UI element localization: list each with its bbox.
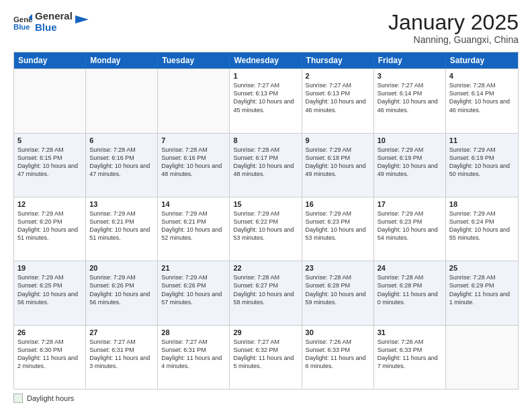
- cal-cell-3-0: 19Sunrise: 7:29 AM Sunset: 6:25 PM Dayli…: [14, 261, 86, 324]
- cell-date: 22: [233, 264, 298, 272]
- cal-cell-2-2: 14Sunrise: 7:29 AM Sunset: 6:21 PM Dayli…: [158, 197, 230, 261]
- header-sunday: Sunday: [14, 52, 86, 68]
- cell-date: 27: [89, 328, 154, 336]
- cell-info: Sunrise: 7:28 AM Sunset: 6:16 PM Dayligh…: [89, 146, 154, 179]
- month-title: January 2025: [388, 11, 519, 34]
- cell-date: 21: [161, 264, 226, 272]
- cell-date: 28: [161, 328, 226, 336]
- cal-cell-4-0: 26Sunrise: 7:28 AM Sunset: 6:30 PM Dayli…: [14, 326, 86, 389]
- calendar-row-3: 19Sunrise: 7:29 AM Sunset: 6:25 PM Dayli…: [14, 261, 518, 324]
- cell-info: Sunrise: 7:29 AM Sunset: 6:20 PM Dayligh…: [17, 210, 82, 242]
- cell-info: Sunrise: 7:29 AM Sunset: 6:19 PM Dayligh…: [378, 146, 442, 179]
- cell-info: Sunrise: 7:28 AM Sunset: 6:17 PM Dayligh…: [233, 146, 298, 179]
- legend-box: [13, 394, 23, 403]
- header-monday: Monday: [86, 52, 158, 68]
- cell-date: 25: [449, 264, 515, 272]
- cell-date: 23: [306, 264, 370, 272]
- calendar-body: 1Sunrise: 7:27 AM Sunset: 6:13 PM Daylig…: [14, 68, 518, 389]
- cell-date: 9: [306, 136, 370, 144]
- cal-cell-4-4: 30Sunrise: 7:26 AM Sunset: 6:33 PM Dayli…: [302, 326, 374, 389]
- logo-blue-text: Blue: [35, 22, 73, 34]
- svg-marker-3: [75, 15, 89, 24]
- calendar-header: Sunday Monday Tuesday Wednesday Thursday…: [14, 52, 518, 68]
- cell-info: Sunrise: 7:29 AM Sunset: 6:22 PM Dayligh…: [233, 210, 298, 242]
- cal-cell-1-0: 5Sunrise: 7:28 AM Sunset: 6:15 PM Daylig…: [14, 134, 86, 197]
- cal-cell-1-4: 9Sunrise: 7:29 AM Sunset: 6:18 PM Daylig…: [302, 134, 374, 197]
- cal-cell-1-6: 11Sunrise: 7:29 AM Sunset: 6:19 PM Dayli…: [446, 134, 518, 197]
- cal-cell-4-3: 29Sunrise: 7:27 AM Sunset: 6:32 PM Dayli…: [230, 326, 302, 389]
- cell-info: Sunrise: 7:28 AM Sunset: 6:15 PM Dayligh…: [17, 146, 82, 179]
- cal-cell-2-1: 13Sunrise: 7:29 AM Sunset: 6:21 PM Dayli…: [86, 197, 158, 261]
- cell-date: 3: [378, 72, 442, 80]
- cal-cell-0-3: 1Sunrise: 7:27 AM Sunset: 6:13 PM Daylig…: [230, 69, 302, 132]
- cell-info: Sunrise: 7:26 AM Sunset: 6:33 PM Dayligh…: [378, 338, 442, 371]
- header: General Blue General Blue January 2025 N…: [13, 11, 519, 45]
- cell-date: 29: [233, 328, 298, 336]
- cell-info: Sunrise: 7:29 AM Sunset: 6:26 PM Dayligh…: [161, 273, 226, 306]
- calendar-row-2: 12Sunrise: 7:29 AM Sunset: 6:20 PM Dayli…: [14, 197, 518, 261]
- cal-cell-4-1: 27Sunrise: 7:27 AM Sunset: 6:31 PM Dayli…: [86, 326, 158, 389]
- cell-date: 1: [233, 72, 298, 80]
- cell-info: Sunrise: 7:29 AM Sunset: 6:19 PM Dayligh…: [449, 146, 515, 179]
- header-wednesday: Wednesday: [230, 52, 302, 68]
- cal-cell-2-3: 15Sunrise: 7:29 AM Sunset: 6:22 PM Dayli…: [230, 197, 302, 261]
- cal-cell-2-6: 18Sunrise: 7:29 AM Sunset: 6:24 PM Dayli…: [446, 197, 518, 261]
- cell-date: 17: [378, 200, 442, 208]
- cell-info: Sunrise: 7:28 AM Sunset: 6:28 PM Dayligh…: [378, 273, 442, 306]
- cal-cell-2-5: 17Sunrise: 7:29 AM Sunset: 6:23 PM Dayli…: [374, 197, 446, 261]
- cell-date: 26: [17, 328, 82, 336]
- cal-cell-3-2: 21Sunrise: 7:29 AM Sunset: 6:26 PM Dayli…: [158, 261, 230, 324]
- cell-info: Sunrise: 7:27 AM Sunset: 6:31 PM Dayligh…: [161, 338, 226, 371]
- cal-cell-3-3: 22Sunrise: 7:28 AM Sunset: 6:27 PM Dayli…: [230, 261, 302, 324]
- calendar: Sunday Monday Tuesday Wednesday Thursday…: [13, 52, 519, 390]
- cell-date: 30: [306, 328, 370, 336]
- cell-date: 11: [449, 136, 515, 144]
- cell-info: Sunrise: 7:29 AM Sunset: 6:21 PM Dayligh…: [89, 210, 154, 242]
- cal-cell-1-1: 6Sunrise: 7:28 AM Sunset: 6:16 PM Daylig…: [86, 134, 158, 197]
- cell-info: Sunrise: 7:29 AM Sunset: 6:21 PM Dayligh…: [161, 210, 226, 242]
- cell-info: Sunrise: 7:29 AM Sunset: 6:18 PM Dayligh…: [306, 146, 370, 179]
- cell-info: Sunrise: 7:27 AM Sunset: 6:13 PM Dayligh…: [306, 81, 370, 114]
- cell-info: Sunrise: 7:28 AM Sunset: 6:16 PM Dayligh…: [161, 146, 226, 179]
- cell-info: Sunrise: 7:27 AM Sunset: 6:14 PM Dayligh…: [378, 81, 442, 114]
- cell-date: 19: [17, 264, 82, 272]
- cell-info: Sunrise: 7:27 AM Sunset: 6:13 PM Dayligh…: [233, 81, 298, 114]
- cell-date: 6: [89, 136, 154, 144]
- cell-info: Sunrise: 7:28 AM Sunset: 6:30 PM Dayligh…: [17, 338, 82, 371]
- cell-date: 18: [449, 200, 515, 208]
- logo: General Blue General Blue: [13, 11, 89, 33]
- cell-date: 31: [378, 328, 442, 336]
- header-friday: Friday: [374, 52, 446, 68]
- calendar-row-0: 1Sunrise: 7:27 AM Sunset: 6:13 PM Daylig…: [14, 68, 518, 132]
- cell-info: Sunrise: 7:28 AM Sunset: 6:14 PM Dayligh…: [449, 81, 515, 114]
- cal-cell-1-3: 8Sunrise: 7:28 AM Sunset: 6:17 PM Daylig…: [230, 134, 302, 197]
- header-tuesday: Tuesday: [158, 52, 230, 68]
- cal-cell-0-1: [86, 69, 158, 132]
- cal-cell-3-5: 24Sunrise: 7:28 AM Sunset: 6:28 PM Dayli…: [374, 261, 446, 324]
- cell-info: Sunrise: 7:29 AM Sunset: 6:23 PM Dayligh…: [306, 210, 370, 242]
- cell-info: Sunrise: 7:28 AM Sunset: 6:29 PM Dayligh…: [449, 273, 515, 306]
- cell-info: Sunrise: 7:27 AM Sunset: 6:31 PM Dayligh…: [89, 338, 154, 371]
- cell-info: Sunrise: 7:29 AM Sunset: 6:24 PM Dayligh…: [449, 210, 515, 242]
- cell-info: Sunrise: 7:29 AM Sunset: 6:26 PM Dayligh…: [89, 273, 154, 306]
- cell-date: 24: [378, 264, 442, 272]
- svg-text:Blue: Blue: [13, 22, 30, 30]
- cell-date: 10: [378, 136, 442, 144]
- footer: Daylight hours: [13, 394, 519, 403]
- cal-cell-3-1: 20Sunrise: 7:29 AM Sunset: 6:26 PM Dayli…: [86, 261, 158, 324]
- cell-date: 2: [306, 72, 370, 80]
- cal-cell-4-5: 31Sunrise: 7:26 AM Sunset: 6:33 PM Dayli…: [374, 326, 446, 389]
- calendar-row-1: 5Sunrise: 7:28 AM Sunset: 6:15 PM Daylig…: [14, 133, 518, 197]
- cell-date: 15: [233, 200, 298, 208]
- cell-info: Sunrise: 7:29 AM Sunset: 6:23 PM Dayligh…: [378, 210, 442, 242]
- title-block: January 2025 Nanning, Guangxi, China: [388, 11, 519, 45]
- logo-general-text: General: [35, 11, 73, 22]
- cell-date: 12: [17, 200, 82, 208]
- cal-cell-0-0: [14, 69, 86, 132]
- cal-cell-2-4: 16Sunrise: 7:29 AM Sunset: 6:23 PM Dayli…: [302, 197, 374, 261]
- cell-info: Sunrise: 7:26 AM Sunset: 6:33 PM Dayligh…: [306, 338, 370, 371]
- cell-date: 14: [161, 200, 226, 208]
- cell-date: 5: [17, 136, 82, 144]
- cell-date: 20: [89, 264, 154, 272]
- cal-cell-3-4: 23Sunrise: 7:28 AM Sunset: 6:28 PM Dayli…: [302, 261, 374, 324]
